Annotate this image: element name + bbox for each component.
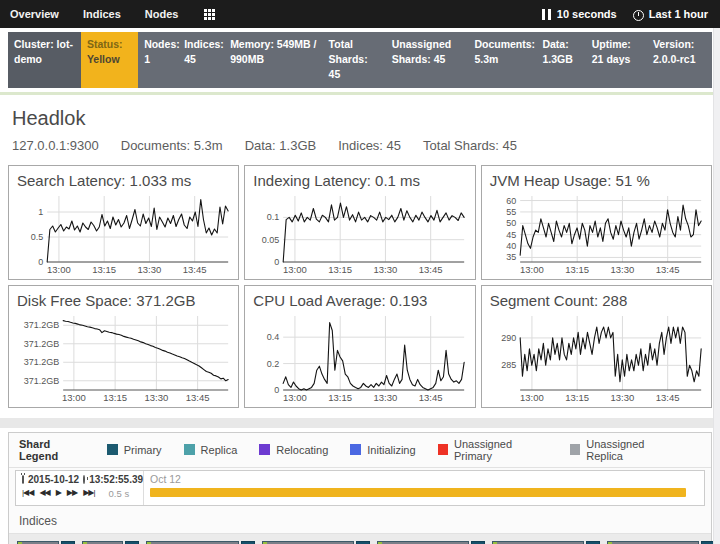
svg-text:13:15: 13:15 (103, 392, 127, 403)
calendar-icon (22, 475, 24, 484)
cell-label: Memory: (230, 38, 277, 50)
svg-text:13:30: 13:30 (374, 392, 398, 403)
svg-text:13:15: 13:15 (329, 392, 353, 403)
skip-to-start-button[interactable]: |◀◀ (22, 489, 33, 497)
svg-text:13:15: 13:15 (565, 392, 589, 403)
cluster-cell-data: Data: 1.3GB (536, 32, 585, 88)
time-range[interactable]: Last 1 hour (649, 8, 708, 20)
cluster-cell-documents: Documents: 5.3m (468, 32, 536, 88)
vertical-scrollbar[interactable] (713, 28, 720, 544)
svg-text:13:45: 13:45 (183, 264, 207, 275)
svg-text:45: 45 (506, 229, 516, 239)
svg-text:0.1: 0.1 (267, 212, 280, 222)
cluster-cell-totalshards: Total Shards: 45 (323, 32, 386, 88)
timeline-track[interactable]: Oct 12 (144, 471, 704, 505)
legend-swatch (184, 444, 195, 455)
play-button[interactable]: ▶ (56, 489, 61, 497)
legend-item-initializing: Initializing (350, 444, 415, 456)
legend-swatch (438, 444, 448, 455)
badge-row: .kibana0.marvel0.marvel-es-2015.09.220.m… (17, 541, 703, 544)
timeline-progress-bar[interactable] (150, 488, 686, 497)
svg-text:0.05: 0.05 (262, 234, 280, 244)
indices-badges: .kibana0.marvel0.marvel-es-2015.09.220.m… (9, 534, 711, 544)
svg-text:55: 55 (506, 207, 516, 217)
node-stat: Documents: 5.3m (121, 138, 223, 153)
badge-body: .marvel (82, 541, 124, 544)
nav-item-indices[interactable]: Indices (83, 8, 121, 20)
chart-title: JVM Heap Usage: 51 % (490, 172, 705, 189)
chart-title: Search Latency: 1.033 ms (17, 172, 232, 189)
cell-value: 1 (144, 53, 150, 65)
index-badge[interactable]: .marvel-es-2015.09.260 (607, 541, 715, 544)
svg-text:40: 40 (506, 241, 516, 251)
svg-text:371.2GB: 371.2GB (24, 338, 60, 348)
timeline: 2015-10-12 13:52:55.39 |◀◀◀◀▶▶▶▶▶|0.5 s … (15, 470, 705, 506)
svg-text:0: 0 (38, 257, 43, 267)
cluster-cell-status: Status: Yellow (81, 32, 138, 88)
rewind-button[interactable]: ◀◀ (39, 489, 49, 497)
index-badge[interactable]: .marvel0 (82, 541, 140, 544)
cell-label: Data: (542, 38, 568, 50)
chart-title: Indexing Latency: 0.1 ms (253, 172, 468, 189)
svg-text:371.2GB: 371.2GB (24, 320, 60, 330)
index-badge[interactable]: .marvel-es-2015.09.230 (262, 541, 370, 544)
badge-body: .kibana (17, 541, 59, 544)
pause-icon[interactable] (542, 9, 551, 20)
charts-grid: Search Latency: 1.033 ms00.5113:0013:151… (0, 159, 720, 408)
svg-text:371.2GB: 371.2GB (24, 357, 60, 367)
timeline-date[interactable]: 2015-10-12 (28, 474, 79, 485)
section-divider (0, 418, 720, 428)
svg-text:13:00: 13:00 (62, 392, 86, 403)
index-badge[interactable]: .marvel-es-2015.09.220 (146, 541, 254, 544)
timeline-time[interactable]: 13:52:55.39 (89, 474, 143, 485)
legend-label: Unassigned Replica (586, 438, 679, 462)
cluster-cell-uptime: Uptime: 21 days (586, 32, 647, 88)
timeline-track-label: Oct 12 (150, 473, 700, 485)
cell-value: 1.3GB (542, 53, 572, 65)
legend-swatch (350, 444, 361, 455)
clock-icon (633, 10, 644, 21)
svg-text:60: 60 (506, 195, 516, 205)
cell-value: 2.0.0-rc1 (653, 53, 696, 65)
fast-forward-button[interactable]: ▶▶ (67, 489, 77, 497)
cell-value: Yellow (87, 53, 120, 65)
index-badge[interactable]: .marvel-es-2015.09.240 (377, 541, 485, 544)
shard-count: 0 (356, 541, 370, 544)
nav-items: OverviewIndicesNodes (10, 8, 202, 20)
apps-grid-icon[interactable] (204, 9, 215, 20)
node-stat: 127.0.0.1:9300 (12, 138, 99, 153)
svg-text:13:45: 13:45 (419, 392, 443, 403)
skip-to-end-button[interactable]: ▶▶| (83, 489, 94, 497)
legend-label: Initializing (367, 444, 415, 456)
svg-text:13:45: 13:45 (655, 264, 679, 275)
svg-text:35: 35 (506, 252, 516, 262)
chart-title: Disk Free Space: 371.2GB (17, 292, 232, 309)
shard-allocation-panel: Shard Legend PrimaryReplicaRelocatingIni… (8, 432, 712, 544)
legend-item-relocating: Relocating (259, 444, 328, 456)
svg-text:13:30: 13:30 (138, 264, 162, 275)
svg-text:13:15: 13:15 (329, 264, 353, 275)
svg-text:13:00: 13:00 (47, 264, 71, 275)
svg-text:371.2GB: 371.2GB (24, 375, 60, 385)
index-badge[interactable]: .kibana0 (17, 541, 75, 544)
nav-item-nodes[interactable]: Nodes (145, 8, 179, 20)
svg-text:13:00: 13:00 (520, 392, 544, 403)
node-stats: 127.0.0.1:9300Documents: 5.3mData: 1.3GB… (12, 138, 708, 153)
legend-label: Unassigned Primary (454, 438, 548, 462)
index-badge[interactable]: .marvel-es-2015.09.250 (492, 541, 600, 544)
svg-text:0.4: 0.4 (267, 332, 280, 342)
refresh-interval[interactable]: 10 seconds (557, 8, 617, 20)
legend-label: Replica (201, 444, 238, 456)
shard-legend: Shard Legend PrimaryReplicaRelocatingIni… (9, 433, 711, 468)
node-stat: Indices: 45 (338, 138, 401, 153)
shard-count: 0 (586, 541, 600, 544)
legend-swatch (107, 444, 118, 455)
nav-item-overview[interactable]: Overview (10, 8, 59, 20)
chart-card-3: Disk Free Space: 371.2GB371.2GB371.2GB37… (8, 285, 239, 408)
cluster-cell-memory: Memory: 549MB / 990MB (224, 32, 322, 88)
legend-swatch (259, 444, 270, 455)
svg-text:0: 0 (274, 385, 279, 395)
svg-text:13:15: 13:15 (92, 264, 116, 275)
node-stat: Total Shards: 45 (423, 138, 517, 153)
svg-text:50: 50 (506, 218, 516, 228)
